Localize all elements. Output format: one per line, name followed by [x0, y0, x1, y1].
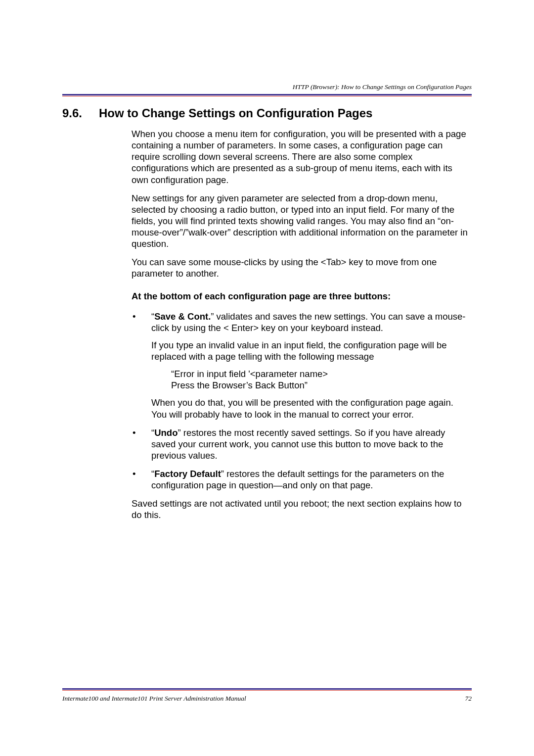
section-heading: 9.6. How to Change Settings on Configura… [62, 106, 472, 120]
subheading: At the bottom of each configuration page… [132, 290, 470, 302]
page-number: 72 [465, 695, 472, 703]
quote-line: “Error in input field '<parameter name> [171, 368, 470, 379]
quoted-block: “Error in input field '<parameter name> … [171, 368, 470, 391]
paragraph: Saved settings are not activated until y… [132, 498, 470, 520]
paragraph: When you choose a menu item for configur… [132, 128, 470, 186]
bold-text: Save & Cont. [154, 311, 211, 322]
list-item-content: “Factory Default” restores the default s… [151, 468, 470, 491]
bullet-icon: • [132, 427, 151, 461]
section-title: How to Change Settings on Configuration … [99, 106, 372, 120]
quote-line: Press the Browser’s Back Button” [171, 379, 470, 391]
body-content: When you choose a menu item for configur… [132, 128, 470, 521]
bold-text: Factory Default [154, 469, 221, 479]
list-item: • “Factory Default” restores the default… [132, 468, 470, 491]
running-header: HTTP (Browser): How to Change Settings o… [62, 83, 472, 91]
list-item: • “Undo” restores the most recently save… [132, 427, 470, 461]
section-number: 9.6. [62, 106, 82, 120]
list-item-content: “Undo” restores the most recently saved … [151, 427, 470, 461]
paragraph: New settings for any given parameter are… [132, 192, 470, 250]
list-item-content: “Save & Cont.” validates and saves the n… [151, 311, 470, 420]
footer-rule [62, 688, 472, 691]
bold-text: Undo [154, 427, 178, 438]
text: ” restores the most recently saved setti… [151, 427, 445, 461]
bullet-icon: • [132, 468, 151, 491]
header-rule [62, 94, 472, 96]
footer-left: Intermate100 and Intermate101 Print Serv… [62, 695, 246, 703]
paragraph: When you do that, you will be presented … [151, 397, 470, 420]
page-footer: Intermate100 and Intermate101 Print Serv… [62, 695, 472, 703]
bullet-icon: • [132, 311, 151, 420]
paragraph: If you type an invalid value in an input… [151, 339, 470, 362]
list-item: • “Save & Cont.” validates and saves the… [132, 311, 470, 420]
paragraph: You can save some mouse-clicks by using … [132, 256, 470, 279]
